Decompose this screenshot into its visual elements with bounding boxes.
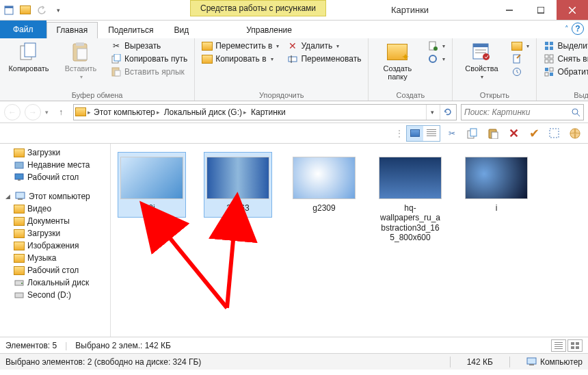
sidebar-item-second[interactable]: Second (D:) [0,289,110,301]
svg-rect-8 [77,49,87,60]
svg-rect-28 [550,47,553,50]
paste-button[interactable]: Вставить▾ [56,40,105,81]
sidebar-item-this-pc[interactable]: ◢Этот компьютер [0,190,110,203]
open-with-button[interactable]: ▾ [509,40,532,52]
cmd-delete-button[interactable]: ✕ [505,125,522,142]
cmd-paste-button[interactable] [484,125,502,142]
selection-count: Выбрано 2 элем.: 142 КБ [75,341,171,350]
cmd-cut-button[interactable]: ✂ [443,125,461,142]
breadcrumb-folder[interactable]: Картинки [250,107,287,117]
file-item-3[interactable]: g2309 [290,152,358,218]
cmd-copy-button[interactable] [464,125,481,142]
help-icon[interactable]: ? [572,23,584,35]
delete-button[interactable]: ✕Удалить▾ [284,40,364,52]
sidebar-item-local-disk[interactable]: Локальный диск [0,276,110,289]
svg-point-50 [21,283,23,284]
copy-button[interactable]: Копировать [4,40,53,74]
select-none-button[interactable]: Снять выделение [541,53,588,65]
nav-back-button[interactable]: ← [4,104,21,120]
copy-path-button[interactable]: Копировать путь [108,53,190,65]
svg-rect-12 [115,70,120,76]
breadcrumb-drive[interactable]: Локальный диск (G:)▸ [163,107,248,117]
svg-rect-48 [18,198,23,200]
view-thumbnails-button[interactable] [407,126,423,141]
easy-access-icon [427,53,438,64]
qat-new-folder-icon[interactable] [18,3,33,18]
properties-button[interactable]: Свойства▾ [457,40,506,81]
tab-file[interactable]: Файл [0,21,46,38]
nav-forward-button[interactable]: → [25,104,41,120]
address-dropdown-icon[interactable]: ▾ [426,105,438,120]
svg-rect-19 [473,44,488,47]
cmd-select-button[interactable] [546,125,563,142]
qat-properties-icon[interactable] [1,3,16,18]
ribbon-collapse-icon[interactable]: ˄ [565,25,569,34]
file-pane[interactable]: 2i 20763 g2309 hq-wallpapers_ru_abstract… [111,144,588,337]
view-details-button[interactable] [423,126,440,141]
tab-manage[interactable]: Управление [228,21,310,38]
navigation-bar: ← → ▾ ↑ ▸ Этот компьютер▸ Локальный диск… [0,101,588,123]
sidebar-item-documents[interactable]: Документы [0,215,110,227]
explorer-body: Загрузки Недавние места Рабочий стол ◢Эт… [0,144,588,337]
new-folder-button[interactable]: ✦ Создать папку [373,40,422,82]
select-all-button[interactable]: Выделить все [541,40,588,52]
close-button[interactable] [557,0,588,20]
tab-share[interactable]: Поделиться [98,22,163,38]
computer-icon [15,192,26,201]
open-icon [511,40,522,51]
sidebar-item-desktop2[interactable]: Рабочий стол [0,264,110,276]
search-box[interactable] [461,104,584,120]
file-item-2[interactable]: 20763 [204,152,272,218]
status-view-details-button[interactable] [551,339,566,352]
svg-rect-46 [18,179,21,181]
cmd-shell-button[interactable] [566,125,584,142]
invert-selection-button[interactable]: Обратить выделение [541,66,588,78]
maximize-button[interactable] [525,0,557,20]
sidebar-item-downloads2[interactable]: Загрузки [0,227,110,240]
details-bar: Выбрано элементов: 2 (свободно на диске:… [0,353,588,370]
nav-up-button[interactable]: ↑ [53,104,69,120]
sidebar-item-videos[interactable]: Видео [0,203,110,215]
tab-home[interactable]: Главная [46,22,98,38]
title-bar: ▾ Средства работы с рисунками Картинки [0,0,588,21]
search-input[interactable] [464,107,568,117]
svg-rect-36 [550,73,553,76]
tab-view[interactable]: Вид [163,22,199,38]
rename-button[interactable]: Переименовать [284,53,364,65]
computer-icon [526,357,537,367]
sidebar-item-downloads[interactable]: Загрузки [0,146,110,159]
sidebar-item-recent[interactable]: Недавние места [0,159,110,171]
refresh-button[interactable] [440,105,455,120]
status-view-thumbnails-button[interactable] [567,339,583,352]
new-folder-icon: ✦ [386,41,408,63]
expand-icon[interactable]: ◢ [5,193,12,200]
file-item-5[interactable]: i [462,152,531,218]
easy-access-button[interactable]: ▾ [425,53,448,65]
qat-undo-icon[interactable] [34,3,49,18]
drive-icon [14,278,25,287]
edit-button[interactable] [509,53,532,65]
sidebar-item-pictures[interactable]: Изображения [0,240,110,252]
navigation-pane[interactable]: Загрузки Недавние места Рабочий стол ◢Эт… [0,144,111,337]
svg-rect-25 [545,42,548,45]
svg-rect-1 [5,6,13,8]
cut-button[interactable]: ✂Вырезать [108,40,190,52]
address-bar[interactable]: ▸ Этот компьютер▸ Локальный диск (G:)▸ К… [73,104,457,120]
invert-icon [544,66,554,77]
file-item-4[interactable]: hq-wallpapers_ru_abstraction3d_165_800x6… [376,152,444,248]
copy-to-button[interactable]: Копировать в▾ [199,53,282,65]
sidebar-item-desktop[interactable]: Рабочий стол [0,171,110,183]
sidebar-item-music[interactable]: Музыка [0,252,110,264]
history-button[interactable] [509,66,532,78]
nav-history-icon[interactable]: ▾ [45,109,49,116]
cmd-confirm-button[interactable]: ✔ [525,125,543,142]
svg-rect-47 [16,192,25,198]
qat-customize-icon[interactable]: ▾ [51,3,66,18]
minimize-button[interactable] [494,0,525,20]
svg-rect-26 [550,42,553,45]
file-item-1[interactable]: 2i [118,152,186,218]
move-to-button[interactable]: Переместить в▾ [199,40,282,52]
breadcrumb-this-pc[interactable]: Этот компьютер▸ [92,107,161,117]
new-item-button[interactable]: ▾ [425,40,448,52]
paste-shortcut-button[interactable]: Вставить ярлык [108,66,190,78]
